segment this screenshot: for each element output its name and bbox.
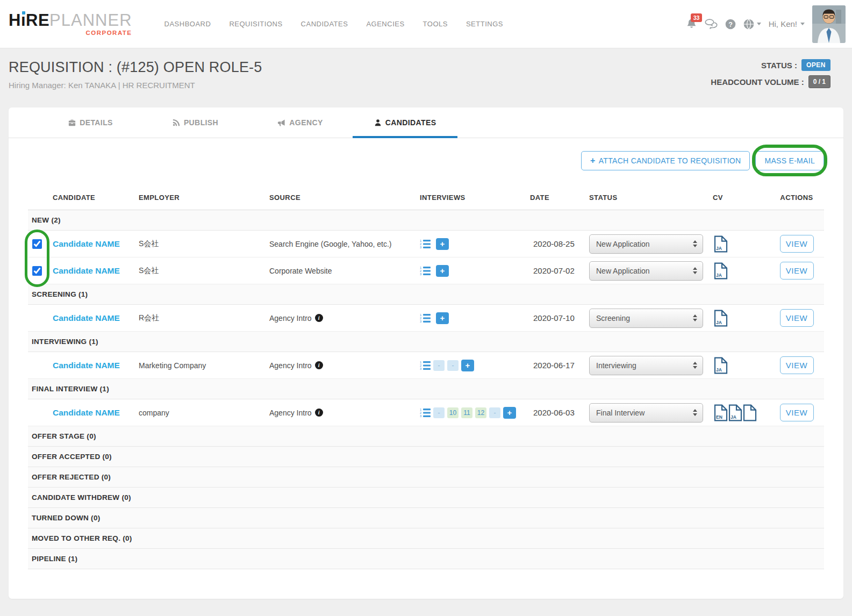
nav-settings[interactable]: SETTINGS: [466, 20, 503, 28]
svg-text:3: 3: [420, 414, 421, 418]
stage-section-row: NEW (2): [28, 210, 824, 231]
status-block: STATUS : OPEN HEADCOUNT VOLUME : 0 / 1: [711, 59, 830, 108]
candidate-name-link[interactable]: Candidate NAME: [48, 239, 120, 248]
view-button[interactable]: VIEW: [780, 262, 814, 280]
candidate-name-link[interactable]: Candidate NAME: [48, 266, 120, 275]
svg-text:?: ?: [728, 20, 733, 28]
user-avatar[interactable]: [812, 5, 846, 43]
row-checkbox[interactable]: [32, 239, 42, 249]
top-navigation-bar: HıREPLANNER CORPORATE DASHBOARD REQUISIT…: [0, 0, 852, 48]
nav-dashboard[interactable]: DASHBOARD: [164, 20, 211, 28]
cv-cell: JA: [708, 262, 769, 280]
cv-en-document-icon[interactable]: EN: [714, 404, 728, 421]
view-button[interactable]: VIEW: [780, 404, 814, 421]
add-interview-button[interactable]: +: [436, 312, 449, 324]
tab-label: AGENCY: [289, 118, 323, 127]
tab-publish[interactable]: PUBLISH: [143, 108, 248, 138]
status-select[interactable]: Interviewing: [589, 356, 703, 375]
tab-details[interactable]: DETAILS: [38, 108, 143, 138]
candidate-name-link[interactable]: Candidate NAME: [48, 361, 120, 370]
interview-badge[interactable]: 10: [447, 407, 459, 418]
cv-ja-document-icon[interactable]: JA: [714, 262, 728, 280]
status-select[interactable]: New Application: [589, 234, 703, 254]
section-label: FINAL INTERVIEW (1): [32, 385, 109, 393]
nav-candidates[interactable]: CANDIDATES: [301, 20, 348, 28]
notifications-bell-icon[interactable]: 33: [686, 18, 697, 30]
interview-list-icon[interactable]: 123: [420, 239, 431, 249]
stage-section-row: SCREENING (1): [28, 284, 824, 305]
status-value: Screening: [596, 314, 630, 323]
cv-cell: JA: [708, 235, 769, 253]
status-select[interactable]: Screening: [589, 309, 703, 328]
status-value: Final Interview: [596, 409, 645, 417]
add-interview-button[interactable]: +: [461, 360, 474, 371]
status-value: Interviewing: [596, 361, 636, 370]
nav-tools[interactable]: TOOLS: [423, 20, 448, 28]
interview-list-icon[interactable]: 123: [420, 361, 431, 370]
interview-badge[interactable]: -: [433, 407, 445, 418]
cv-cell: ENJA: [708, 404, 769, 421]
col-candidate: CANDIDATE: [48, 194, 134, 202]
stage-section-row: INTERVIEWING (1): [28, 332, 824, 352]
interview-badge[interactable]: -: [447, 360, 459, 371]
app-logo[interactable]: HıREPLANNER CORPORATE: [9, 12, 132, 37]
candidate-row: Candidate NAME company Agency Intro i 12…: [28, 399, 824, 426]
candidate-name-link[interactable]: Candidate NAME: [48, 313, 120, 323]
interview-list-icon[interactable]: 123: [420, 266, 431, 276]
interview-badge[interactable]: -: [489, 407, 500, 418]
candidate-name-link[interactable]: Candidate NAME: [48, 408, 120, 417]
interview-list-icon[interactable]: 123: [420, 408, 431, 418]
cv-ja-document-icon[interactable]: JA: [714, 235, 728, 253]
tab-candidates[interactable]: CANDIDATES: [353, 108, 457, 138]
tab-agency[interactable]: AGENCY: [248, 108, 353, 138]
view-button[interactable]: VIEW: [780, 309, 814, 327]
add-interview-button[interactable]: +: [436, 238, 449, 250]
section-label: MOVED TO OTHER REQ. (0): [32, 534, 132, 542]
cv-ja-document-icon[interactable]: JA: [714, 310, 728, 327]
svg-text:3: 3: [420, 367, 421, 370]
cv-ja-document-icon[interactable]: JA: [728, 404, 742, 421]
view-button[interactable]: VIEW: [780, 356, 814, 374]
logo-wordmark: HıREPLANNER: [9, 12, 132, 28]
add-interview-button[interactable]: +: [436, 265, 449, 277]
info-icon[interactable]: i: [315, 361, 323, 369]
col-interviews: INTERVIEWS: [416, 194, 526, 202]
stage-section-row: CANDIDATE WITHDREW (0): [28, 488, 824, 508]
tab-label: CANDIDATES: [385, 118, 436, 127]
nav-agencies[interactable]: AGENCIES: [366, 20, 404, 28]
help-icon[interactable]: ?: [725, 19, 736, 30]
mass-email-button[interactable]: MASS E-MAIL: [755, 151, 824, 170]
user-menu[interactable]: Hi, Ken!: [769, 19, 805, 28]
requisition-header: REQUISITION : (#125) OPEN ROLE-5 Hiring …: [0, 48, 852, 108]
interview-badge[interactable]: 11: [461, 407, 472, 418]
interview-badge[interactable]: 12: [475, 407, 486, 418]
col-source: SOURCE: [265, 194, 416, 202]
interview-badge[interactable]: -: [433, 360, 445, 371]
cv-ja-document-icon[interactable]: JA: [714, 357, 728, 374]
source-cell: Agency Intro i: [265, 409, 416, 417]
info-icon[interactable]: i: [315, 409, 323, 417]
cv-blank-document-icon[interactable]: [743, 404, 757, 421]
status-badge: OPEN: [801, 59, 830, 71]
interviews-cell: 123 -101112- +: [416, 407, 526, 419]
interviews-cell: 123 -- +: [416, 360, 526, 371]
view-button[interactable]: VIEW: [780, 235, 814, 253]
cv-cell: JA: [708, 310, 769, 327]
section-label: SCREENING (1): [32, 290, 88, 298]
status-select[interactable]: Final Interview: [589, 403, 703, 422]
add-interview-button[interactable]: +: [503, 407, 516, 419]
attach-candidate-button[interactable]: + ATTACH CANDIDATE TO REQUISITION: [581, 151, 750, 170]
language-globe-icon[interactable]: [743, 19, 761, 30]
svg-text:2: 2: [420, 317, 421, 320]
row-checkbox[interactable]: [32, 266, 42, 276]
status-select[interactable]: New Application: [589, 261, 703, 281]
messages-icon[interactable]: [705, 19, 718, 29]
interview-list-icon[interactable]: 123: [420, 313, 431, 323]
briefcase-icon: [68, 119, 76, 126]
nav-requisitions[interactable]: REQUISITIONS: [229, 20, 282, 28]
notifications-count-badge: 33: [691, 13, 703, 22]
info-icon[interactable]: i: [315, 314, 323, 322]
hiring-manager-subtitle: Hiring Manager: Ken TANAKA | HR RECRUITM…: [9, 81, 262, 90]
date-cell: 2020-06-17: [526, 361, 585, 370]
source-cell: Agency Intro i: [265, 314, 416, 323]
